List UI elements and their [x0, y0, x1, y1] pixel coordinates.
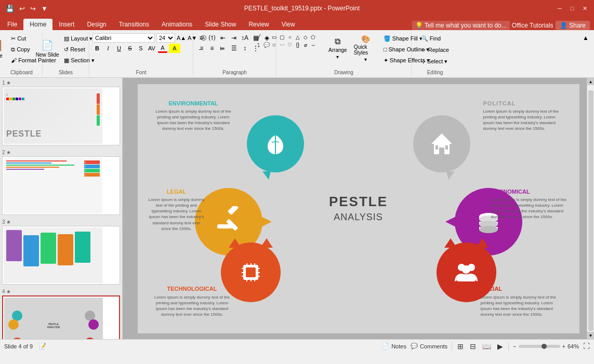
strikethrough-button[interactable]: S: [125, 44, 135, 53]
zoom-thumb[interactable]: [542, 344, 547, 349]
tell-me-input[interactable]: 💡 Tell me what you want to do...: [412, 21, 510, 30]
undo-qa-button[interactable]: ↩: [18, 4, 27, 14]
zoom-control[interactable]: − + 64%: [513, 343, 579, 349]
slide-4-thumbnail[interactable]: PESTLEANALYSIS: [2, 295, 120, 339]
bold-button[interactable]: B: [93, 44, 102, 53]
share-button[interactable]: 👤 Share: [556, 21, 590, 30]
social-title: SOCIAL: [481, 285, 564, 293]
replace-button[interactable]: ↔ Replace: [418, 45, 452, 55]
slide-3-thumbnail[interactable]: [2, 226, 120, 285]
slide-thumb-1[interactable]: 1 ★ P: [2, 80, 120, 145]
heart-shape-btn[interactable]: ♡: [286, 41, 294, 48]
slide-thumb-4[interactable]: 4 ★ PESTLEANALYSIS: [2, 289, 120, 339]
align-center-button[interactable]: ≡: [207, 44, 217, 53]
comments-icon: 💬: [411, 343, 418, 349]
find-button[interactable]: 🔍 Find: [418, 33, 443, 44]
text-shadow-button[interactable]: S: [136, 44, 146, 53]
close-button[interactable]: ✕: [579, 3, 590, 14]
text-direction-button[interactable]: ↕A: [240, 33, 249, 43]
bracket-shape-btn[interactable]: {}: [294, 41, 301, 48]
callout-shape-btn[interactable]: 💬: [263, 41, 270, 48]
slide-thumb-2[interactable]: 2 ★ E S T L: [2, 150, 120, 215]
pestle-subtitle: ANALYSIS: [334, 212, 383, 222]
comments-button[interactable]: 💬 Comments: [411, 343, 447, 349]
shapes-grid: ╱ → ▭ ▢ ○ △ ◇ ⬠ ⤵ 💬 ☆ ⋯ ♡ {} ⌀ ↔: [255, 33, 323, 48]
underline-button[interactable]: U: [114, 44, 124, 53]
arrow-shape-btn[interactable]: →: [263, 33, 270, 41]
customize-qa-button[interactable]: ▼: [39, 4, 49, 14]
redo-qa-button[interactable]: ↪: [29, 4, 37, 14]
slide-sorter-button[interactable]: ⊟: [469, 341, 477, 352]
slide-1-thumbnail[interactable]: P PESTLE: [2, 87, 120, 145]
star-shape-btn[interactable]: ☆: [271, 41, 278, 48]
pentagon-shape-btn[interactable]: ⬠: [310, 33, 317, 41]
maximize-button[interactable]: □: [567, 3, 577, 14]
tab-home[interactable]: Home: [23, 19, 52, 30]
ribbon-shape-btn[interactable]: ⌀: [302, 41, 309, 48]
tech-ear-right: [260, 238, 273, 248]
font-color-button[interactable]: A: [158, 44, 167, 53]
numbered-list-button[interactable]: ⑴: [207, 33, 217, 43]
line-shape-btn[interactable]: ╱: [255, 33, 262, 41]
align-right-button[interactable]: ⫢: [218, 44, 228, 53]
double-arrow-btn[interactable]: ↔: [310, 41, 317, 48]
font-row-2: B I U S S AV A A: [93, 44, 180, 53]
slide-thumb-3[interactable]: 3 ★: [2, 219, 120, 285]
tab-slide-show[interactable]: Slide Show: [199, 19, 242, 30]
line-spacing-button[interactable]: ↕: [240, 44, 249, 53]
char-spacing-button[interactable]: AV: [147, 44, 156, 53]
arrange-button[interactable]: ⧉ Arrange ▾: [325, 33, 351, 63]
increase-font-button[interactable]: A▲: [177, 33, 186, 43]
zoom-in-icon[interactable]: +: [562, 343, 565, 349]
increase-indent-button[interactable]: ⇥: [229, 33, 239, 43]
normal-view-button[interactable]: ⊞: [456, 341, 465, 352]
rect-shape-btn[interactable]: ▭: [271, 33, 278, 41]
diamond-shape-btn[interactable]: ◇: [302, 33, 309, 41]
rounded-rect-btn[interactable]: ▢: [279, 33, 286, 41]
tab-transitions[interactable]: Transitions: [113, 19, 155, 30]
justify-button[interactable]: ☰: [229, 44, 239, 53]
vertical-scrollbar[interactable]: ▲ ▼: [587, 78, 594, 339]
tab-review[interactable]: Review: [242, 19, 275, 30]
zoom-out-icon[interactable]: −: [513, 343, 516, 349]
select-button[interactable]: ⊹ Select ▾: [418, 56, 451, 66]
decrease-indent-button[interactable]: ⇤: [218, 33, 228, 43]
environmental-bubble: [247, 115, 304, 172]
reset-icon: ↺: [64, 46, 69, 53]
fit-slide-button[interactable]: ⛶: [583, 342, 590, 350]
italic-button[interactable]: I: [103, 44, 113, 53]
font-name-select[interactable]: Calibri: [93, 33, 155, 43]
collapse-ribbon-button[interactable]: ▲: [583, 32, 593, 77]
tab-animations[interactable]: Animations: [155, 19, 199, 30]
slide-show-view-button[interactable]: ▶: [496, 341, 504, 352]
scroll-up-button[interactable]: ▲: [587, 78, 595, 85]
font-content: Calibri 24 A▲ A▼ Ⓐ B I U S S AV A A: [93, 33, 190, 70]
scroll-thumb[interactable]: [588, 90, 593, 331]
scroll-down-button[interactable]: ▼: [587, 332, 595, 339]
share-icon: 👤: [560, 22, 567, 29]
main-canvas[interactable]: ▲ ▼ PESTLE ANALYSIS: [123, 78, 594, 339]
minimize-button[interactable]: ─: [555, 3, 565, 14]
font-size-select[interactable]: 24: [156, 33, 175, 43]
quick-styles-button[interactable]: 🎨 Quick Styles ▾: [353, 33, 379, 63]
reading-view-button[interactable]: 📖: [481, 341, 492, 352]
zoom-slider[interactable]: [519, 345, 560, 348]
triangle-shape-btn[interactable]: △: [294, 33, 301, 41]
notes-button[interactable]: 📄 Notes: [382, 343, 406, 349]
office-tutorials-button[interactable]: Office Tutorials: [512, 22, 553, 29]
save-qa-button[interactable]: 💾: [4, 4, 16, 14]
highlight-button[interactable]: A: [169, 44, 180, 53]
paste-button[interactable]: 📋 Paste: [0, 33, 7, 63]
align-left-button[interactable]: ⫡: [196, 44, 206, 53]
slide-2-thumbnail[interactable]: E S T L: [2, 156, 120, 215]
more-shapes-btn[interactable]: ⋯: [279, 41, 286, 48]
tab-design[interactable]: Design: [81, 19, 112, 30]
new-slide-button[interactable]: 📄 New Slide: [34, 33, 60, 63]
tab-file[interactable]: File: [1, 19, 23, 30]
slide-3-image: [4, 227, 102, 283]
circle-shape-btn[interactable]: ○: [286, 33, 294, 41]
bullets-button[interactable]: ≡: [196, 33, 206, 43]
curved-arrow-btn[interactable]: ⤵: [255, 41, 262, 48]
tab-view[interactable]: View: [275, 19, 301, 30]
tab-insert[interactable]: Insert: [52, 19, 81, 30]
